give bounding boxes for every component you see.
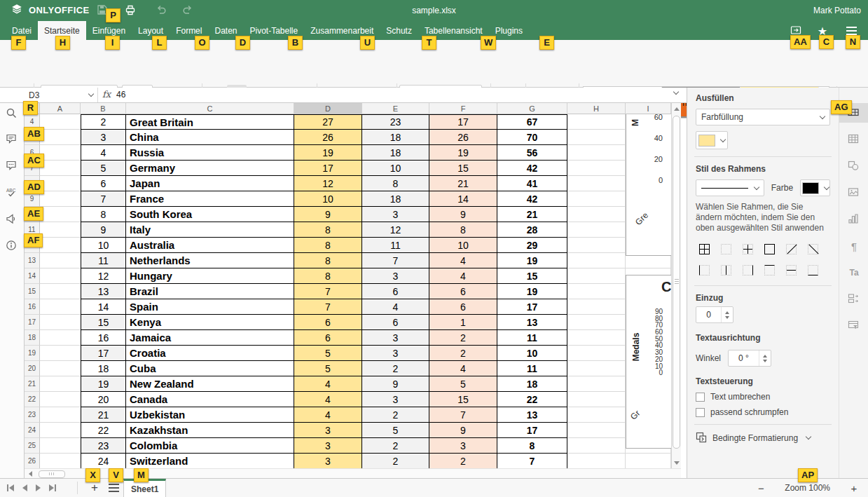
cell-H10[interactable] xyxy=(567,207,626,222)
table-settings-button[interactable] xyxy=(839,130,868,149)
cell-C22[interactable]: Canada xyxy=(126,392,294,407)
zoom-out-button[interactable]: − xyxy=(755,482,766,494)
cell-C18[interactable]: Jamaica xyxy=(126,330,294,346)
row-header-16[interactable]: 16 xyxy=(25,299,40,315)
cell-name-box[interactable]: D3 xyxy=(25,88,98,102)
zoom-in-button[interactable]: + xyxy=(848,482,860,494)
cell-E14[interactable]: 3 xyxy=(362,268,429,284)
cell-H20[interactable] xyxy=(567,361,626,376)
cell-H7[interactable] xyxy=(567,161,626,176)
right-border-button[interactable] xyxy=(739,261,756,278)
outer-borders-button[interactable] xyxy=(761,240,778,257)
cell-G12[interactable]: 29 xyxy=(497,238,567,253)
cell-D6[interactable]: 19 xyxy=(294,145,362,161)
cell-A26[interactable] xyxy=(40,454,81,468)
cell-D16[interactable]: 7 xyxy=(294,299,362,315)
cell-F17[interactable]: 1 xyxy=(429,315,497,330)
cell-A16[interactable] xyxy=(40,299,81,315)
cell-A24[interactable] xyxy=(40,423,81,438)
cell-G7[interactable]: 42 xyxy=(497,161,567,176)
cell-E10[interactable]: 3 xyxy=(362,207,429,222)
cell-F11[interactable]: 8 xyxy=(429,222,497,238)
cell-H14[interactable] xyxy=(567,268,626,284)
cell-B5[interactable]: 3 xyxy=(81,130,126,145)
cell-D25[interactable]: 3 xyxy=(294,438,362,454)
cell-F14[interactable]: 4 xyxy=(429,268,497,284)
cell-B12[interactable]: 10 xyxy=(81,238,126,253)
cell-G24[interactable]: 17 xyxy=(497,423,567,438)
cell-C10[interactable]: South Korea xyxy=(126,207,294,222)
cell-G10[interactable]: 21 xyxy=(497,207,567,222)
cell-F22[interactable]: 15 xyxy=(429,392,497,407)
formula-input[interactable]: 46 xyxy=(116,90,125,100)
cell-G6[interactable]: 56 xyxy=(497,145,567,161)
cell-E9[interactable]: 18 xyxy=(362,191,429,207)
next-sheet-button[interactable] xyxy=(36,484,41,491)
cell-B19[interactable]: 17 xyxy=(81,346,126,361)
cell-C11[interactable]: Italy xyxy=(126,222,294,238)
row-header-20[interactable]: 20 xyxy=(25,361,40,376)
cell-A14[interactable] xyxy=(40,268,81,284)
cell-C25[interactable]: Colombia xyxy=(126,438,294,454)
cell-C6[interactable]: Russia xyxy=(126,145,294,161)
sheet-list-button[interactable] xyxy=(109,484,119,492)
cell-G21[interactable]: 18 xyxy=(497,376,567,392)
row-header-14[interactable]: 14 xyxy=(25,268,40,284)
cell-B24[interactable]: 22 xyxy=(81,423,126,438)
embedded-chart-2[interactable]: C Medals 9080706050403020100 Gr xyxy=(626,275,671,449)
cell-G15[interactable]: 19 xyxy=(497,284,567,299)
cell-B21[interactable]: 19 xyxy=(81,376,126,392)
comments-button[interactable] xyxy=(6,133,20,147)
vertical-scrollbar-thumb[interactable] xyxy=(673,116,680,449)
cell-F26[interactable]: 2 xyxy=(429,454,497,468)
shrink-to-fit-checkbox-row[interactable]: passend schrumpfen xyxy=(696,407,830,417)
cell-G5[interactable]: 70 xyxy=(497,130,567,145)
column-header-G[interactable]: G xyxy=(497,103,567,114)
cell-F8[interactable]: 21 xyxy=(429,176,497,191)
column-header-F[interactable]: F xyxy=(429,103,497,114)
cell-B7[interactable]: 5 xyxy=(81,161,126,176)
indent-stepper[interactable]: 0 xyxy=(696,306,733,323)
cell-D11[interactable]: 8 xyxy=(294,222,362,238)
cell-D8[interactable]: 12 xyxy=(294,176,362,191)
cell-B13[interactable]: 11 xyxy=(81,253,126,268)
cell-H5[interactable] xyxy=(567,130,626,145)
cell-D12[interactable]: 8 xyxy=(294,238,362,253)
expand-formula-bar-button[interactable] xyxy=(673,89,679,95)
cell-D24[interactable]: 3 xyxy=(294,423,362,438)
cell-C14[interactable]: Hungary xyxy=(126,268,294,284)
stepper-arrows[interactable] xyxy=(721,307,733,322)
diagonal-up-border-button[interactable] xyxy=(783,240,799,257)
cell-G8[interactable]: 41 xyxy=(497,176,567,191)
cell-E16[interactable]: 4 xyxy=(362,299,429,315)
cell-G19[interactable]: 10 xyxy=(497,346,567,361)
cell-H12[interactable] xyxy=(567,238,626,253)
cell-B9[interactable]: 7 xyxy=(81,191,126,207)
cell-B16[interactable]: 14 xyxy=(81,299,126,315)
cell-E24[interactable]: 5 xyxy=(362,423,429,438)
cell-F9[interactable]: 14 xyxy=(429,191,497,207)
cell-A18[interactable] xyxy=(40,330,81,346)
row-header-26[interactable]: 26 xyxy=(25,454,40,468)
cell-A6[interactable] xyxy=(40,145,81,161)
cell-E21[interactable]: 9 xyxy=(362,376,429,392)
cell-D13[interactable]: 8 xyxy=(294,253,362,268)
cell-A5[interactable] xyxy=(40,130,81,145)
row-header-21[interactable]: 21 xyxy=(25,376,40,392)
cell-D10[interactable]: 9 xyxy=(294,207,362,222)
scroll-left-button[interactable] xyxy=(26,469,35,478)
cell-C17[interactable]: Kenya xyxy=(126,315,294,330)
cell-H16[interactable] xyxy=(567,299,626,315)
cell-D19[interactable]: 5 xyxy=(294,346,362,361)
cell-G13[interactable]: 19 xyxy=(497,253,567,268)
cell-A12[interactable] xyxy=(40,238,81,253)
stepper-arrows[interactable] xyxy=(759,350,771,366)
cell-A19[interactable] xyxy=(40,346,81,361)
cell-C9[interactable]: France xyxy=(126,191,294,207)
cell-E17[interactable]: 6 xyxy=(362,315,429,330)
cell-F19[interactable]: 2 xyxy=(429,346,497,361)
column-header-D[interactable]: D xyxy=(294,103,362,114)
cell-D14[interactable]: 8 xyxy=(294,268,362,284)
cell-F6[interactable]: 19 xyxy=(429,145,497,161)
cell-A17[interactable] xyxy=(40,315,81,330)
